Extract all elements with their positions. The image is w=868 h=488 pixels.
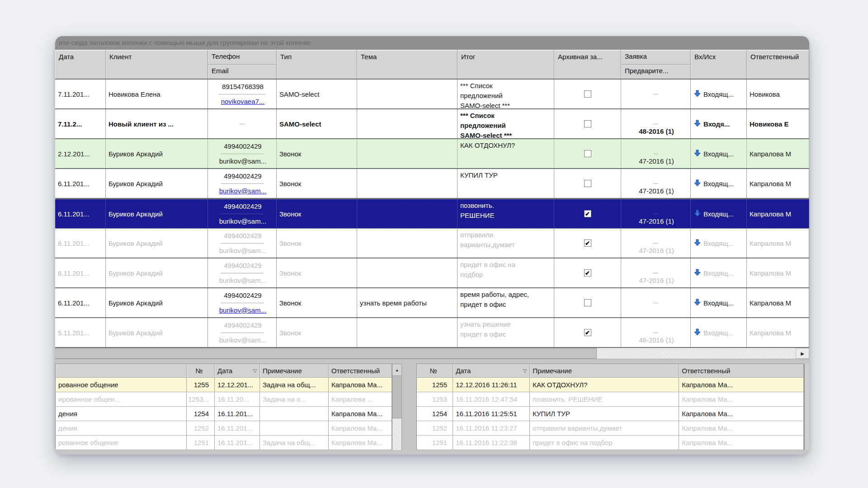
column-header-subject[interactable]: Тема xyxy=(357,50,458,79)
cell-phone-email xyxy=(208,109,277,138)
column-header-responsible[interactable]: Ответственный xyxy=(329,364,392,378)
cell-date: 6.11.201... xyxy=(55,169,106,198)
email-link[interactable]: burikov@sam... xyxy=(216,303,268,318)
column-header-date[interactable]: Дата ▽ xyxy=(215,364,260,378)
archive-checkbox[interactable] xyxy=(584,180,591,187)
list-item[interactable]: рованное общение125116.11.201...Задача н… xyxy=(56,436,392,450)
column-header-note[interactable]: Примечание xyxy=(530,364,679,378)
cell-phone-email: 4994002429burikov@sam... xyxy=(208,229,277,258)
archive-checkbox[interactable]: ✔ xyxy=(584,210,591,217)
archive-checkbox[interactable]: ✔ xyxy=(584,269,591,277)
cell-archived: ✔ xyxy=(554,318,621,347)
cell-phone-email: 89154768398novikovaea7... xyxy=(208,80,277,108)
archive-checkbox[interactable]: ✔ xyxy=(584,329,591,336)
cell-date: 16.11.20... xyxy=(215,392,260,407)
column-header-number[interactable]: № xyxy=(187,364,215,378)
list-item[interactable]: ированное общен...1253...16.11.20...Зада… xyxy=(56,392,392,407)
cell-number: 1253 xyxy=(417,392,453,407)
list-item[interactable]: 125316.11.2016 12:47:54позвонить. РЕШЕНИ… xyxy=(417,392,804,407)
list-item[interactable]: 125216.11.2016 11:23:27отправили вариант… xyxy=(417,421,804,436)
cell-task-type: ированное общен... xyxy=(56,392,187,407)
column-header-phone[interactable]: Телефон xyxy=(208,50,276,65)
column-header-client[interactable]: Клиент xyxy=(106,50,208,79)
table-row[interactable]: 7.11.201...Новикова Елена89154768398novi… xyxy=(55,80,809,109)
table-row[interactable]: 6.11.201...Буриков Аркадий4994002429buri… xyxy=(55,169,809,199)
list-item[interactable]: рованное общение125512.12.201...Задача н… xyxy=(56,378,392,392)
column-header-request[interactable]: Заявка Предварите... xyxy=(621,50,691,79)
cell-client: Буриков Аркадий xyxy=(106,288,208,317)
column-header-request-number[interactable]: Заявка xyxy=(621,50,690,65)
horizontal-scrollbar[interactable]: ▶ xyxy=(55,348,809,359)
cell-result: *** Список предложений SAMO-select *** xyxy=(458,80,554,108)
cell-result: придет в офис на подбор xyxy=(458,258,554,287)
table-row[interactable]: 6.11.201...Буриков Аркадий4994002429buri… xyxy=(55,288,809,318)
cell-request: 47-2016 (1) xyxy=(621,139,691,168)
request-number: 48-2016 (1) xyxy=(636,124,676,139)
cell-request: 47-2016 (1) xyxy=(621,199,691,228)
cell-phone-email: 4994002429burikov@sam... xyxy=(208,318,277,347)
table-row[interactable]: 6.11.201...Буриков Аркадий4994002429buri… xyxy=(55,199,809,229)
list-item[interactable]: дения125416.11.201...Капралова Ма... xyxy=(56,407,392,421)
cell-date: 7.11.2... xyxy=(55,109,106,138)
direction-label: Входящ... xyxy=(703,150,734,158)
column-header-email[interactable]: Email xyxy=(208,65,276,79)
list-item[interactable]: 125416.11.2016 11:25:51КУПИЛ ТУРКапралов… xyxy=(417,407,804,421)
cell-direction: Входящ... xyxy=(691,169,747,198)
group-by-drop-zone[interactable]: ите сюда заголовок колонки с помощью мыш… xyxy=(55,36,809,50)
email-link[interactable]: novikovaea7... xyxy=(218,94,267,109)
column-header-type[interactable]: Тип xyxy=(277,50,357,79)
archive-checkbox[interactable] xyxy=(584,90,591,98)
column-header-date[interactable]: Дата xyxy=(55,50,106,79)
phone-value: 4994002429 xyxy=(221,288,263,303)
table-row[interactable]: 5.11.201...Буриков Аркадий4994002429buri… xyxy=(55,318,809,348)
cell-subject xyxy=(357,258,458,287)
archive-checkbox[interactable] xyxy=(584,299,591,306)
cell-date: 16.11.201... xyxy=(215,421,260,436)
archive-checkbox[interactable]: ✔ xyxy=(584,239,591,247)
archive-checkbox[interactable] xyxy=(584,150,591,157)
cell-subject: узнать время работы xyxy=(357,288,458,317)
scroll-up-icon: ▲ xyxy=(395,368,399,372)
column-header-archived[interactable]: Архивная за... xyxy=(554,50,621,79)
request-number: 46-2016 (1) xyxy=(636,333,676,347)
column-header-number[interactable]: № xyxy=(417,364,453,378)
column-header-phone-email[interactable]: Телефон Email xyxy=(208,50,277,79)
scroll-up-button[interactable]: ▲ xyxy=(392,364,401,376)
cell-number: 1253... xyxy=(187,392,215,407)
table-row[interactable]: 6.11.201...Буриков Аркадий4994002429buri… xyxy=(55,229,809,258)
scroll-right-button[interactable]: ▶ xyxy=(796,348,809,359)
list-item[interactable]: 125512.12.2016 11:26:11КАК ОТДОХНУЛ?Капр… xyxy=(417,378,804,392)
vertical-scrollbar-thumb[interactable] xyxy=(392,376,401,418)
column-header-direction[interactable]: Вх/Исх xyxy=(691,50,747,79)
email-link[interactable]: burikov@sam... xyxy=(216,184,268,198)
request-top xyxy=(653,80,658,94)
cell-archived xyxy=(554,139,621,168)
tasks-vertical-scrollbar[interactable]: ▲ xyxy=(392,364,402,450)
archive-checkbox[interactable] xyxy=(584,120,591,127)
column-header-preliminary[interactable]: Предварите... xyxy=(621,65,690,79)
cell-subject xyxy=(357,109,458,138)
column-header-responsible[interactable]: Ответственный xyxy=(747,50,809,79)
table-row[interactable]: 2.12.201...Буриков Аркадий4994002429buri… xyxy=(55,139,809,169)
request-number: 47-2016 (1) xyxy=(636,214,676,229)
cell-type: SAMO-select xyxy=(277,109,357,138)
column-header-date[interactable]: Дата ▽ xyxy=(453,364,530,378)
scroll-right-icon: ▶ xyxy=(801,351,804,356)
history-vertical-scrollbar[interactable] xyxy=(804,364,809,450)
cell-note xyxy=(260,421,329,436)
list-item[interactable]: дения125216.11.201...Капралова Ма... xyxy=(56,421,392,436)
column-header-note[interactable]: Примечание xyxy=(260,364,329,378)
horizontal-scrollbar-track[interactable] xyxy=(597,348,796,359)
cell-date: 16.11.2016 11:23:27 xyxy=(453,421,530,436)
list-item[interactable]: 125116.11.2016 11:22:38придет в офис на … xyxy=(417,436,804,450)
column-header-result[interactable]: Итог xyxy=(458,50,554,79)
table-row[interactable]: 7.11.2...Новый клиент из ...SAMO-select*… xyxy=(55,109,809,139)
cell-type: Звонок xyxy=(277,139,357,168)
column-header-responsible[interactable]: Ответственный xyxy=(679,364,804,378)
cell-result: отправили варианты,думает xyxy=(458,229,554,258)
horizontal-scrollbar-thumb[interactable] xyxy=(55,348,597,359)
cell-archived xyxy=(554,288,621,317)
table-row[interactable]: 6.11.201...Буриков Аркадий4994002429buri… xyxy=(55,258,809,288)
cell-request: 46-2016 (1) xyxy=(621,318,691,347)
column-header-task-type[interactable] xyxy=(56,364,187,378)
